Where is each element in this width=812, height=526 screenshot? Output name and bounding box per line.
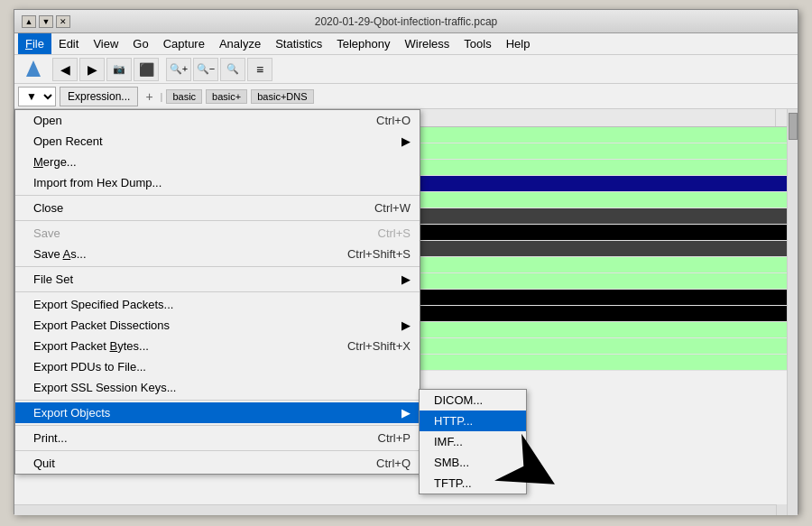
zoom-reset-button[interactable]: 🔍 bbox=[220, 58, 245, 81]
menu-export-dissections[interactable]: Export Packet Dissections ▶ bbox=[15, 315, 420, 336]
menu-merge[interactable]: Merge... bbox=[15, 152, 420, 172]
menu-file-set[interactable]: File Set ▶ bbox=[15, 269, 420, 290]
svg-marker-0 bbox=[26, 60, 41, 77]
separator-3 bbox=[15, 266, 420, 267]
main-window: ▲ ▼ ✕ 2020-01-29-Qbot-infection-traffic.… bbox=[14, 9, 798, 514]
menu-go[interactable]: Go bbox=[125, 33, 155, 54]
main-content: Host Info 49679 → 80 [SYN] 9 80 → 49679 … bbox=[14, 109, 798, 515]
forward-button[interactable]: ▶ bbox=[79, 58, 105, 81]
submenu-http[interactable]: HTTP... bbox=[420, 411, 526, 431]
menu-export-pdus[interactable]: Export PDUs to File... bbox=[15, 356, 420, 377]
menu-tools[interactable]: Tools bbox=[457, 33, 498, 54]
zoom-in-button[interactable]: 🔍+ bbox=[166, 58, 191, 81]
menu-file[interactable]: File bbox=[18, 33, 51, 54]
menu-edit[interactable]: Edit bbox=[51, 33, 86, 54]
submenu-dicom[interactable]: DICOM... bbox=[420, 390, 526, 411]
menu-help[interactable]: Help bbox=[499, 33, 538, 54]
menu-export-specified[interactable]: Export Specified Packets... bbox=[15, 294, 420, 315]
menu-statistics[interactable]: Statistics bbox=[268, 33, 329, 54]
menu-capture[interactable]: Capture bbox=[156, 33, 212, 54]
separator-7 bbox=[15, 450, 420, 451]
wireshark-icon bbox=[23, 59, 44, 80]
separator-6 bbox=[15, 425, 420, 426]
menu-print[interactable]: Print... Ctrl+P bbox=[15, 428, 420, 448]
separator-2 bbox=[15, 220, 420, 221]
menu-telephony[interactable]: Telephony bbox=[329, 33, 397, 54]
close-button[interactable]: ✕ bbox=[56, 15, 70, 28]
expression-button[interactable]: Expression... bbox=[60, 87, 138, 106]
menu-save: Save Ctrl+S bbox=[15, 223, 420, 244]
menu-export-bytes[interactable]: Export Packet Bytes... Ctrl+Shift+X bbox=[15, 336, 420, 356]
back-button[interactable]: ◀ bbox=[52, 58, 78, 81]
scrollbar-thumb[interactable] bbox=[789, 113, 798, 140]
stop-button[interactable]: ⬛ bbox=[134, 58, 159, 81]
menu-close[interactable]: Close Ctrl+W bbox=[15, 198, 420, 218]
file-menu-dropdown: Open Ctrl+O Open Recent ▶ Merge... Impor… bbox=[14, 109, 420, 475]
menu-quit[interactable]: Quit Ctrl+Q bbox=[15, 453, 420, 474]
capture-button[interactable]: 📷 bbox=[106, 58, 132, 81]
menu-import[interactable]: Import from Hex Dump... bbox=[15, 172, 420, 193]
filter-separator: | bbox=[161, 91, 163, 102]
submenu-imf[interactable]: IMF... bbox=[420, 431, 526, 452]
filter-tag-basic[interactable]: basic bbox=[166, 89, 202, 104]
filter-tag-basicplusdns[interactable]: basic+DNS bbox=[251, 89, 313, 104]
horizontal-scrollbar[interactable] bbox=[14, 504, 787, 515]
window-title: 2020-01-29-Qbot-infection-traffic.pcap bbox=[76, 15, 736, 28]
filter-tag-basicplus[interactable]: basic+ bbox=[206, 89, 247, 104]
menu-save-as[interactable]: Save As... Ctrl+Shift+S bbox=[15, 244, 420, 264]
menu-export-ssl[interactable]: Export SSL Session Keys... bbox=[15, 377, 420, 398]
submenu-smb[interactable]: SMB... bbox=[420, 452, 526, 473]
menu-export-objects[interactable]: Export Objects ▶ bbox=[15, 402, 420, 423]
filter-plus-button[interactable]: + bbox=[142, 89, 156, 104]
filter-bar: ▼ Expression... + | basic basic+ basic+D… bbox=[14, 84, 798, 109]
separator-5 bbox=[15, 400, 420, 401]
menu-analyze[interactable]: Analyze bbox=[212, 33, 268, 54]
vertical-scrollbar[interactable] bbox=[787, 109, 798, 515]
menu-open-recent[interactable]: Open Recent ▶ bbox=[15, 131, 420, 152]
columns-button[interactable]: ≡ bbox=[247, 58, 272, 81]
export-objects-submenu: DICOM... HTTP... IMF... SMB... TFTP... bbox=[419, 389, 527, 494]
separator-1 bbox=[15, 195, 420, 196]
zoom-out-button[interactable]: 🔍− bbox=[193, 58, 218, 81]
toolbar: ◀ ▶ 📷 ⬛ 🔍+ 🔍− 🔍 ≡ bbox=[14, 55, 798, 84]
menu-wireless[interactable]: Wireless bbox=[397, 33, 457, 54]
menu-open[interactable]: Open Ctrl+O bbox=[15, 110, 420, 131]
maximize-button[interactable]: ▼ bbox=[39, 15, 53, 28]
menu-view[interactable]: View bbox=[86, 33, 125, 54]
title-bar: ▲ ▼ ✕ 2020-01-29-Qbot-infection-traffic.… bbox=[14, 10, 798, 33]
separator-4 bbox=[15, 291, 420, 292]
filter-dropdown[interactable]: ▼ bbox=[18, 87, 56, 106]
menu-bar: File Edit View Go Capture Analyze Statis… bbox=[14, 33, 798, 55]
minimize-button[interactable]: ▲ bbox=[22, 15, 36, 28]
submenu-tftp[interactable]: TFTP... bbox=[420, 473, 526, 494]
